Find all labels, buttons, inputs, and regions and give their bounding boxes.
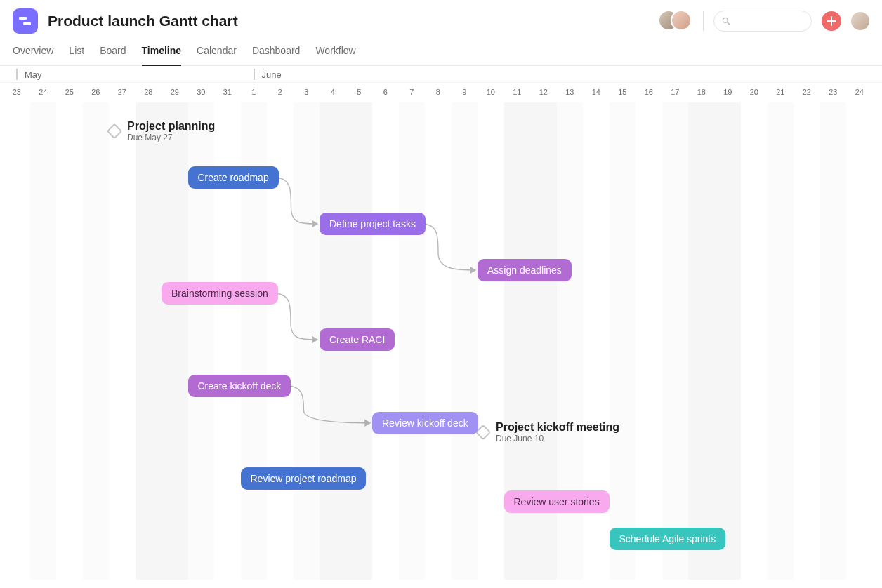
date-cell: 26 [83,88,110,96]
day-column [425,102,452,580]
date-cell: 14 [583,88,610,96]
date-cell: 21 [768,88,794,96]
weekend-column [162,102,188,580]
milestone-diamond-icon [107,123,123,140]
view-tabs: Overview List Board Timeline Calendar Da… [0,34,882,66]
date-cell: 24 [30,88,57,96]
date-cell: 3 [294,88,320,96]
milestone-project-planning[interactable]: Project planningDue May 27 [109,120,215,142]
date-cell: 12 [530,88,557,96]
add-button[interactable] [822,11,841,31]
date-cell: 27 [109,88,136,96]
date-cell: 7 [399,88,426,96]
project-title: Product launch Gantt chart [48,13,238,29]
date-cell: 25 [56,88,83,96]
task-define-tasks[interactable]: Define project tasks [320,213,426,235]
user-avatar[interactable] [851,12,869,30]
day-column [109,102,136,580]
month-label: June [262,69,282,80]
task-review-roadmap[interactable]: Review project roadmap [241,467,367,490]
weekend-column [688,102,715,580]
date-cell: 4 [320,88,346,96]
day-column [30,102,57,580]
project-icon [13,8,38,34]
date-cell: 16 [636,88,662,96]
day-column [83,102,110,580]
day-column [741,102,768,580]
day-column [662,102,689,580]
task-review-stories[interactable]: Review user stories [504,490,610,513]
tab-calendar[interactable]: Calendar [197,45,237,66]
date-cell: 1 [241,88,268,96]
task-brainstorm[interactable]: Brainstorming session [162,282,278,305]
weekend-column [715,102,742,580]
date-cell: 17 [662,88,689,96]
date-cell: 9 [452,88,478,96]
plus-icon [827,16,836,26]
date-cell: 30 [188,88,215,96]
month-header-row: MayJune [0,66,882,83]
date-cell: 28 [136,88,162,96]
svg-rect-0 [19,17,27,20]
milestone-subtitle: Due June 10 [496,434,619,443]
gantt-grid[interactable]: Project planningDue May 27Project kickof… [0,102,882,580]
svg-rect-1 [23,22,31,25]
day-column [768,102,794,580]
svg-line-3 [728,22,730,25]
day-column [399,102,426,580]
date-cell: 2 [267,88,294,96]
milestone-subtitle: Due May 27 [127,133,215,142]
milestone-title: Project kickoff meeting [496,421,619,434]
day-column [636,102,662,580]
task-kickoff-deck[interactable]: Create kickoff deck [188,375,291,397]
task-create-raci[interactable]: Create RACI [320,328,395,351]
tab-overview[interactable]: Overview [13,45,53,66]
milestone-project-kickoff[interactable]: Project kickoff meetingDue June 10 [478,421,619,443]
day-column [820,102,847,580]
day-column [294,102,320,580]
header: Product launch Gantt chart [0,0,882,34]
date-cell: 29 [162,88,188,96]
month-label: May [25,69,42,80]
day-column [846,102,873,580]
tab-dashboard[interactable]: Dashboard [252,45,301,66]
date-cell: 23 [820,88,847,96]
search-icon [721,16,731,26]
task-review-kickoff[interactable]: Review kickoff deck [372,412,478,434]
divider [703,11,704,31]
search-input[interactable] [713,11,812,32]
day-column [610,102,636,580]
date-cell: 23 [4,88,30,96]
day-column [794,102,820,580]
weekend-column [136,102,162,580]
month-tick [16,69,18,80]
task-create-roadmap[interactable]: Create roadmap [188,166,279,189]
avatar[interactable] [671,10,692,31]
milestone-title: Project planning [127,120,215,133]
tab-timeline[interactable]: Timeline [142,45,182,66]
month-tick [254,69,255,80]
date-cell: 10 [478,88,504,96]
date-cell: 20 [741,88,768,96]
date-cell: 15 [610,88,636,96]
date-cell: 22 [794,88,820,96]
day-column [478,102,504,580]
tab-list[interactable]: List [69,45,84,66]
date-cell: 11 [504,88,531,96]
tab-workflow[interactable]: Workflow [315,45,355,66]
task-schedule-sprints[interactable]: Schedule Agile sprints [610,528,726,550]
date-cell: 31 [214,88,241,96]
date-cell: 5 [346,88,373,96]
date-cell: 8 [425,88,452,96]
task-assign-deadlines[interactable]: Assign deadlines [478,259,572,281]
date-header-row: 2324252627282930311234567891011121314151… [0,83,882,102]
day-column [452,102,478,580]
date-cell: 13 [557,88,584,96]
date-cell: 6 [372,88,399,96]
date-cell: 19 [715,88,742,96]
date-cell: 24 [846,88,873,96]
day-column [56,102,83,580]
tab-board[interactable]: Board [100,45,126,66]
date-cell: 18 [688,88,715,96]
member-avatars[interactable] [658,10,693,32]
